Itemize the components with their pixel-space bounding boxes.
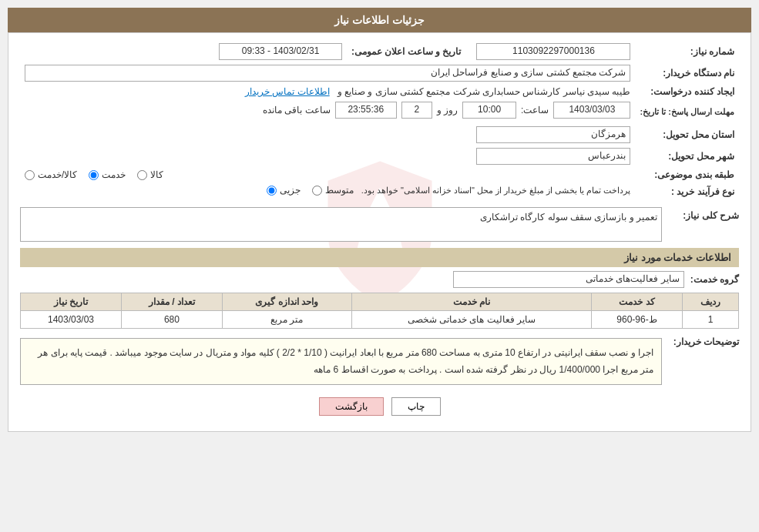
category-kala-label: کالا	[150, 169, 163, 180]
page-title: جزئیات اطلاعات نیاز	[334, 14, 425, 26]
cell-date: 1403/03/03	[21, 311, 122, 329]
category-option-kala-khadamat[interactable]: کالا/خدمت	[25, 169, 77, 180]
back-button[interactable]: بازگشت	[319, 397, 384, 416]
category-option-kala[interactable]: کالا	[137, 169, 163, 180]
process-label: نوع فرآیند خرید :	[635, 182, 739, 201]
description-value: تعمیر و بازسازی سقف سوله کارگاه تراشکاری	[20, 207, 662, 242]
services-table: ردیف کد خدمت نام خدمت واحد اندازه گیری ت…	[20, 293, 739, 329]
col-name: نام خدمت	[351, 293, 592, 311]
cell-unit: متر مربع	[222, 311, 351, 329]
notes-value: اجرا و نصب سقف ایرانیتی در ارتفاع 10 متر…	[20, 338, 662, 385]
creator-link[interactable]: اطلاعات تماس خریدار	[245, 86, 330, 97]
request-number-value: 1103092297000136	[476, 43, 630, 60]
description-section: شرح کلی نیاز: تعمیر و بازسازی سقف سوله ک…	[20, 207, 739, 242]
category-khadamat-label: خدمت	[102, 169, 126, 180]
days-label: روز و	[437, 105, 458, 115]
category-radio-kala-khadamat[interactable]	[25, 170, 35, 180]
category-radio-kala[interactable]	[137, 170, 147, 180]
category-option-khadamat[interactable]: خدمت	[89, 169, 126, 180]
buttons-section: چاپ بازگشت	[20, 397, 739, 423]
col-quantity: تعداد / مقدار	[121, 293, 222, 311]
send-date: 1403/03/03	[553, 102, 630, 119]
process-row: پرداخت تمام یا بخشی از مبلغ خریدار از مح…	[25, 185, 630, 196]
days-value: 2	[401, 102, 432, 119]
col-date: تاریخ نیاز	[21, 293, 122, 311]
process-motavsat-label: متوسط	[325, 185, 354, 196]
remaining-label: ساعت باقی مانده	[263, 105, 331, 115]
col-code: کد خدمت	[592, 293, 683, 311]
send-time-label: ساعت:	[521, 105, 549, 115]
info-section-1: شماره نیاز: 1103092297000136 تاریخ و ساع…	[20, 41, 739, 201]
services-section-header: اطلاعات خدمات مورد نیاز	[20, 248, 739, 267]
description-label: شرح کلی نیاز:	[670, 207, 739, 221]
announce-value: 1403/02/31 - 09:33	[219, 43, 342, 60]
cell-quantity: 680	[121, 311, 222, 329]
creator-label: ایجاد کننده درخواست:	[635, 84, 739, 99]
send-date-label: مهلت ارسال پاسخ: تا تاریخ:	[635, 99, 739, 124]
category-label: طبقه بندی موضوعی:	[635, 167, 739, 182]
process-option-motavsat[interactable]: متوسط	[312, 185, 354, 196]
cell-row: 1	[682, 311, 738, 329]
announce-label: تاریخ و ساعت اعلان عمومی:	[347, 41, 465, 62]
buyer-org-value: شرکت مجتمع کشتی سازی و صنایع فراساحل ایر…	[25, 65, 630, 82]
remaining-time: 23:55:36	[335, 102, 397, 119]
service-group-row: گروه خدمت: سایر فعالیت‌های خدماتی	[20, 271, 739, 288]
process-jozii-label: جزیی	[280, 185, 301, 196]
cell-name: سایر فعالیت های خدماتی شخصی	[351, 311, 592, 329]
category-kala-khadamat-label: کالا/خدمت	[38, 169, 77, 180]
creator-value: طیبه سیدی نیاسر کارشناس حسابداری شرکت مج…	[338, 86, 631, 97]
city-value: بندرعباس	[476, 148, 630, 165]
city-label: شهر محل تحویل:	[635, 146, 739, 167]
send-time: 10:00	[462, 102, 516, 119]
process-description: پرداخت تمام یا بخشی از مبلغ خریدار از مح…	[361, 186, 631, 196]
cell-code: ط-96-960	[592, 311, 683, 329]
request-number-label: شماره نیاز:	[635, 41, 739, 62]
province-value: هرمزگان	[476, 126, 630, 143]
notes-section: توضیحات خریدار: اجرا و نصب سقف ایرانیتی …	[20, 333, 739, 390]
print-button[interactable]: چاپ	[391, 397, 441, 416]
table-row: 1 ط-96-960 سایر فعالیت های خدماتی شخصی م…	[21, 311, 739, 329]
col-unit: واحد اندازه گیری	[222, 293, 351, 311]
province-label: استان محل تحویل:	[635, 124, 739, 146]
process-option-jozii[interactable]: جزیی	[267, 185, 301, 196]
service-group-label: گروه خدمت:	[690, 274, 739, 285]
service-group-value: سایر فعالیت‌های خدماتی	[453, 271, 684, 288]
category-radio-group: کالا/خدمت خدمت کالا	[25, 169, 630, 180]
process-radio-motavsat[interactable]	[312, 186, 322, 196]
category-radio-khadamat[interactable]	[89, 170, 99, 180]
buyer-org-label: نام دستگاه خریدار:	[635, 62, 739, 84]
notes-label: توضیحات خریدار:	[670, 333, 739, 347]
process-radio-jozii[interactable]	[267, 186, 277, 196]
col-row: ردیف	[682, 293, 738, 311]
page-header: جزئیات اطلاعات نیاز	[8, 8, 751, 32]
main-content: شماره نیاز: 1103092297000136 تاریخ و ساع…	[8, 32, 751, 432]
